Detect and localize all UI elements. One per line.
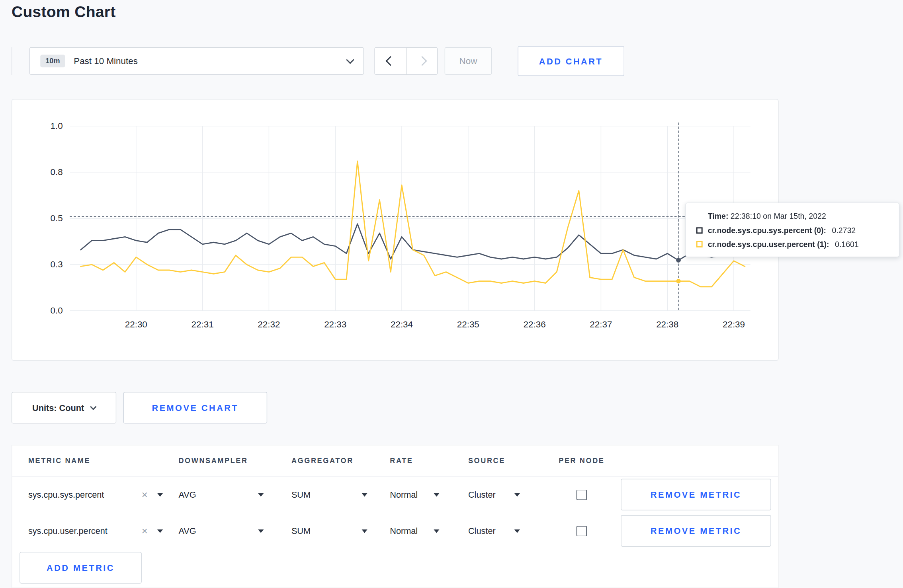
downsampler-value: AVG <box>178 490 196 500</box>
y-tick-label: 0.3 <box>51 259 63 269</box>
rate-value: Normal <box>390 526 418 536</box>
tooltip-series-row: cr.node.sys.cpu.user.percent (1): 0.1601 <box>696 240 889 249</box>
caret-down-icon <box>362 493 367 496</box>
aggregator-value: SUM <box>291 526 311 536</box>
next-time-button[interactable] <box>406 47 438 75</box>
tooltip-series-row: cr.node.sys.cpu.sys.percent (0): 0.2732 <box>696 226 889 235</box>
source-value: Cluster <box>468 490 496 500</box>
time-pager <box>374 47 438 75</box>
metric-name-select[interactable]: sys.cpu.sys.percent ✕ <box>28 490 163 500</box>
y-tick-label: 0.0 <box>51 306 63 315</box>
time-range-label: Past 10 Minutes <box>74 56 347 66</box>
time-range-dropdown[interactable]: 10m Past 10 Minutes <box>29 47 364 75</box>
units-label: Units: Count <box>32 403 84 413</box>
metric-name: sys.cpu.user.percent <box>28 526 108 536</box>
now-button[interactable]: Now <box>445 47 492 75</box>
tooltip-time-value: 22:38:10 on Mar 15th, 2022 <box>731 212 826 220</box>
page-title: Custom Chart <box>12 4 116 21</box>
caret-down-icon <box>514 529 520 533</box>
caret-down-icon <box>258 493 264 496</box>
remove-chart-button[interactable]: REMOVE CHART <box>123 392 268 424</box>
downsampler-value: AVG <box>178 526 196 536</box>
chart-tooltip: Time: 22:38:10 on Mar 15th, 2022 cr.node… <box>685 202 899 257</box>
downsampler-select[interactable]: AVG <box>178 490 264 500</box>
caret-down-icon <box>514 493 520 496</box>
metric-row: sys.cpu.sys.percent ✕ AVG SUM Normal Clu… <box>12 477 778 513</box>
tooltip-series-label: cr.node.sys.cpu.sys.percent (0): <box>708 226 826 235</box>
col-header-per-node: PER NODE <box>543 457 621 465</box>
aggregator-select[interactable]: SUM <box>291 490 367 500</box>
metric-name: sys.cpu.sys.percent <box>28 490 104 500</box>
chart-panel: 0.00.30.50.81.022:3022:3122:3222:3322:34… <box>12 99 779 361</box>
rate-value: Normal <box>390 490 418 500</box>
tooltip-series-value: 0.1601 <box>835 240 859 249</box>
y-tick-label: 0.5 <box>51 213 63 223</box>
caret-down-icon <box>434 493 439 496</box>
hover-point <box>676 279 681 284</box>
source-value: Cluster <box>468 526 496 536</box>
chevron-down-icon <box>346 56 354 64</box>
caret-down-icon <box>157 493 163 496</box>
caret-down-icon <box>362 529 367 533</box>
metric-name-select[interactable]: sys.cpu.user.percent ✕ <box>28 526 163 536</box>
col-header-downsampler: DOWNSAMPLER <box>178 457 291 465</box>
metric-row: sys.cpu.user.percent ✕ AVG SUM Normal Cl… <box>12 513 778 549</box>
series-line <box>81 224 745 260</box>
per-node-checkbox[interactable] <box>577 489 587 500</box>
toolbar: 10m Past 10 Minutes Now ADD CHART <box>12 46 624 76</box>
x-tick-label: 22:39 <box>723 319 745 329</box>
aggregator-select[interactable]: SUM <box>291 526 367 536</box>
caret-down-icon <box>258 529 264 533</box>
caret-down-icon <box>434 529 439 533</box>
col-header-rate: RATE <box>390 457 468 465</box>
chevron-right-icon <box>417 56 427 66</box>
timeseries-chart[interactable]: 0.00.30.50.81.022:3022:3122:3222:3322:34… <box>12 99 778 360</box>
chart-actions: Units: Count REMOVE CHART <box>12 392 267 424</box>
col-header-source: SOURCE <box>468 457 543 465</box>
aggregator-value: SUM <box>291 490 311 500</box>
x-tick-label: 22:31 <box>192 319 214 329</box>
x-tick-label: 22:35 <box>457 319 479 329</box>
x-tick-label: 22:36 <box>524 319 546 329</box>
x-tick-label: 22:32 <box>258 319 280 329</box>
series-swatch-icon <box>696 227 703 234</box>
metrics-table-header: METRIC NAME DOWNSAMPLER AGGREGATOR RATE … <box>12 446 778 477</box>
tooltip-time-label: Time: <box>708 212 729 220</box>
x-tick-label: 22:33 <box>324 319 346 329</box>
caret-down-icon <box>157 529 163 533</box>
per-node-checkbox[interactable] <box>577 526 587 536</box>
close-icon[interactable]: ✕ <box>141 526 148 535</box>
series-swatch-icon <box>696 241 703 247</box>
remove-metric-button[interactable]: REMOVE METRIC <box>621 479 771 510</box>
x-tick-label: 22:30 <box>125 319 147 329</box>
rate-select[interactable]: Normal <box>390 490 439 500</box>
tooltip-time: Time: 22:38:10 on Mar 15th, 2022 <box>708 212 889 220</box>
remove-metric-button[interactable]: REMOVE METRIC <box>621 515 771 547</box>
col-header-metric-name: METRIC NAME <box>28 457 179 465</box>
series-line <box>81 161 745 287</box>
source-select[interactable]: Cluster <box>468 490 520 500</box>
downsampler-select[interactable]: AVG <box>178 526 264 536</box>
col-header-aggregator: AGGREGATOR <box>291 457 390 465</box>
x-tick-label: 22:37 <box>590 319 612 329</box>
custom-chart-page: Custom Chart 10m Past 10 Minutes Now ADD… <box>0 0 903 588</box>
time-range-badge: 10m <box>40 55 65 67</box>
metrics-table: METRIC NAME DOWNSAMPLER AGGREGATOR RATE … <box>12 445 779 588</box>
toolbar-divider <box>12 47 12 75</box>
close-icon[interactable]: ✕ <box>141 490 148 499</box>
add-chart-button[interactable]: ADD CHART <box>518 46 624 76</box>
x-tick-label: 22:34 <box>391 319 413 329</box>
tooltip-series-label: cr.node.sys.cpu.user.percent (1): <box>708 240 829 249</box>
units-dropdown[interactable]: Units: Count <box>12 392 116 424</box>
tooltip-series-value: 0.2732 <box>832 226 856 235</box>
chevron-down-icon <box>90 403 96 410</box>
hover-point <box>676 258 681 263</box>
source-select[interactable]: Cluster <box>468 526 520 536</box>
y-tick-label: 0.8 <box>51 167 63 177</box>
x-tick-label: 22:38 <box>656 319 678 329</box>
add-metric-button[interactable]: ADD METRIC <box>20 552 142 584</box>
prev-time-button[interactable] <box>374 47 406 75</box>
chevron-left-icon <box>385 56 395 66</box>
rate-select[interactable]: Normal <box>390 526 439 536</box>
y-tick-label: 1.0 <box>51 121 63 131</box>
